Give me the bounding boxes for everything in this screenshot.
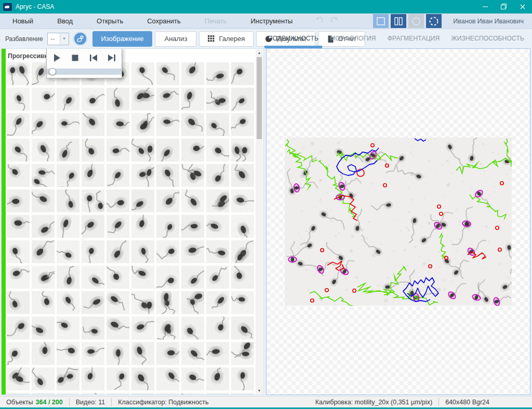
gallery-thumbnail[interactable]: [231, 393, 254, 395]
gallery-thumbnail[interactable]: [156, 139, 179, 161]
gallery-thumbnail[interactable]: [107, 88, 129, 111]
gallery-thumbnail[interactable]: [181, 266, 204, 289]
gallery-thumbnail[interactable]: [7, 266, 30, 289]
gallery-thumbnail[interactable]: [181, 291, 204, 314]
gallery-thumbnail[interactable]: [7, 240, 30, 263]
gallery-thumbnail[interactable]: [131, 139, 154, 161]
gallery-thumbnail[interactable]: [32, 113, 55, 136]
view-split-pane-button[interactable]: [391, 14, 406, 28]
gallery-thumbnail[interactable]: [181, 215, 204, 238]
gallery-thumbnail[interactable]: [57, 393, 79, 395]
gallery-thumbnail[interactable]: [82, 367, 104, 390]
gallery-thumbnail[interactable]: [32, 164, 55, 187]
gallery-thumbnail[interactable]: [231, 88, 254, 111]
gallery-thumbnail[interactable]: [206, 62, 229, 85]
gallery-thumbnail[interactable]: [57, 215, 79, 238]
gallery-thumbnail[interactable]: [7, 139, 30, 161]
gallery-thumbnail[interactable]: [181, 317, 204, 339]
gallery-thumbnail[interactable]: [57, 164, 79, 187]
tab-жизнеспособность[interactable]: ЖИЗНЕСПОСОБНОСТЬ: [445, 35, 530, 48]
tab-подвижность[interactable]: ПОДВИЖНОСТЬ: [262, 35, 324, 48]
gallery-thumbnail[interactable]: [181, 62, 204, 85]
gallery-thumbnail[interactable]: [181, 393, 204, 395]
gallery-thumbnail[interactable]: [7, 393, 30, 395]
gallery-thumbnail[interactable]: [32, 317, 55, 339]
stop-button[interactable]: [70, 53, 81, 63]
chevron-down-icon[interactable]: ▼: [60, 33, 69, 45]
gallery-thumbnail[interactable]: [206, 113, 229, 136]
menu-item-инструменты[interactable]: Инструменты: [245, 17, 298, 25]
gallery-thumbnail[interactable]: [82, 88, 104, 111]
gallery-thumbnail[interactable]: [131, 62, 154, 85]
gallery-thumbnail[interactable]: [7, 189, 30, 212]
gallery-thumbnail[interactable]: [107, 240, 129, 263]
gallery-thumbnail[interactable]: [82, 317, 104, 339]
gallery-thumbnail[interactable]: [107, 215, 129, 238]
gallery-thumbnail[interactable]: [57, 367, 79, 390]
gallery-thumbnail[interactable]: [82, 113, 104, 136]
gallery-thumbnail[interactable]: [107, 342, 129, 365]
tab-фрагментация[interactable]: ФРАГМЕНТАЦИЯ: [382, 35, 446, 48]
gallery-thumbnail[interactable]: [32, 240, 55, 263]
gallery-thumbnail[interactable]: [156, 367, 179, 390]
gallery-thumbnail[interactable]: [131, 113, 154, 136]
gallery-thumbnail[interactable]: [57, 88, 79, 111]
gallery-thumbnail[interactable]: [206, 189, 229, 212]
menu-item-открыть[interactable]: Открыть: [91, 17, 128, 25]
gallery-thumbnail[interactable]: [32, 266, 55, 289]
gallery-thumbnail[interactable]: [156, 342, 179, 365]
gallery-thumbnail[interactable]: [156, 266, 179, 289]
gallery-thumbnail[interactable]: [156, 215, 179, 238]
gallery-thumbnail[interactable]: [7, 215, 30, 238]
gallery-thumbnail[interactable]: [231, 291, 254, 314]
gallery-thumbnail[interactable]: [7, 62, 30, 85]
gallery-thumbnail[interactable]: [181, 189, 204, 212]
gallery-thumbnail[interactable]: [7, 291, 30, 314]
gallery-thumbnail[interactable]: [131, 342, 154, 365]
gallery-thumbnail[interactable]: [107, 164, 129, 187]
gallery-thumbnail[interactable]: [57, 291, 79, 314]
gallery-thumbnail[interactable]: [7, 317, 30, 339]
gallery-thumbnail[interactable]: [231, 113, 254, 136]
scroll-up-icon[interactable]: ▲: [256, 49, 263, 56]
dilution-combo[interactable]: -- ▼: [47, 33, 69, 45]
gallery-thumbnail[interactable]: [82, 189, 104, 212]
menu-item-ввод[interactable]: Ввод: [52, 17, 78, 25]
playback-slider[interactable]: [47, 69, 122, 75]
gallery-thumbnail[interactable]: [107, 317, 129, 339]
gallery-scrollbar[interactable]: ▲ ▼: [256, 49, 263, 394]
gallery-thumbnail[interactable]: [7, 342, 30, 365]
gallery-thumbnail[interactable]: [57, 342, 79, 365]
gallery-thumbnail[interactable]: [107, 393, 129, 395]
gallery-thumbnail[interactable]: [131, 164, 154, 187]
gallery-thumbnail[interactable]: [32, 215, 55, 238]
gallery-thumbnail[interactable]: [206, 164, 229, 187]
prev-button[interactable]: [88, 53, 99, 63]
gallery-thumbnail[interactable]: [82, 215, 104, 238]
gallery-thumbnail[interactable]: [206, 139, 229, 161]
gallery-thumbnail[interactable]: [131, 266, 154, 289]
gallery-thumbnail[interactable]: [156, 317, 179, 339]
gallery-thumbnail[interactable]: [131, 189, 154, 212]
галерея-button[interactable]: Галерея: [199, 31, 254, 47]
gallery-thumbnail[interactable]: [181, 139, 204, 161]
view-circle-button[interactable]: [408, 14, 424, 28]
gallery-thumbnail[interactable]: [82, 393, 104, 395]
gallery-thumbnail[interactable]: [156, 88, 179, 111]
gallery-thumbnail[interactable]: [206, 342, 229, 365]
menu-item-новый[interactable]: Новый: [7, 17, 38, 25]
gallery-thumbnail[interactable]: [206, 240, 229, 263]
gallery-thumbnail[interactable]: [7, 88, 30, 111]
gallery-thumbnail[interactable]: [57, 139, 79, 161]
gallery-thumbnail[interactable]: [57, 113, 79, 136]
play-button[interactable]: [52, 53, 62, 63]
gallery-thumbnail[interactable]: [7, 164, 30, 187]
minimize-button[interactable]: [476, 0, 495, 13]
gallery-thumbnail[interactable]: [181, 367, 204, 390]
gallery-thumbnail[interactable]: [82, 342, 104, 365]
gallery-thumbnail[interactable]: [181, 113, 204, 136]
gallery-thumbnail[interactable]: [131, 240, 154, 263]
gallery-thumbnail[interactable]: [32, 189, 55, 212]
gallery-thumbnail[interactable]: [231, 189, 254, 212]
gallery-thumbnail[interactable]: [107, 189, 129, 212]
